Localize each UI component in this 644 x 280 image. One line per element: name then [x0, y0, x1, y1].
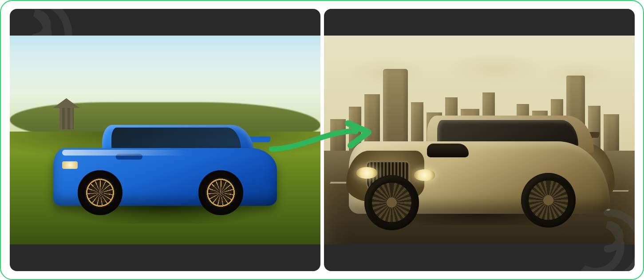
- car-blue: [53, 119, 277, 215]
- result-image-panel: [324, 9, 635, 271]
- source-photo: [10, 36, 320, 244]
- watermark-swirl-icon: [570, 208, 635, 271]
- comparison-frame: [0, 0, 644, 280]
- source-image-panel: [10, 9, 320, 271]
